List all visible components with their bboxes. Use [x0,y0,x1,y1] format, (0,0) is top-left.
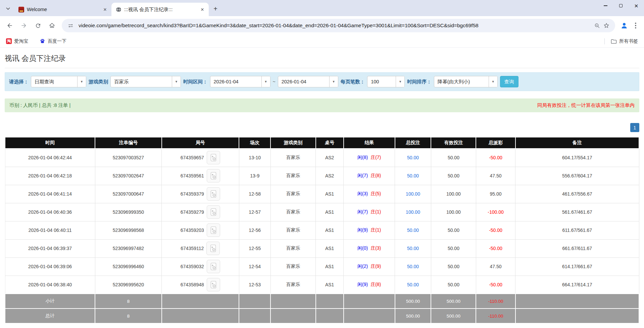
cell-game: 百家乐 [270,203,315,221]
bookmark-taobao[interactable]: 淘 爱淘宝 [5,37,30,46]
table-header-row: 时间 注单编号 局号 场次 游戏类别 桌号 结果 总投注 有效投注 总派彩 备注 [5,137,639,149]
tab-close-icon[interactable]: ✕ [199,6,205,12]
minimize-button[interactable] [598,0,613,11]
cell-bet-id: 523097002647 [95,167,161,185]
tab-close-icon[interactable]: ✕ [102,6,108,12]
select-type-label: 请选择： [9,79,29,85]
player-result: 闲(8) [357,155,368,160]
cell-total-bet: 50.00 [395,239,431,257]
bookmark-baidu[interactable]: 百度一下 [38,37,68,46]
video-replay-button[interactable] [207,223,220,237]
tab-betrecord[interactable]: :::视讯 会员下注纪录::: ✕ [111,3,209,16]
video-replay-button[interactable] [207,151,220,164]
sort-select[interactable]: 降幂(由大到小) ▼ [434,76,498,87]
col-time: 时间 [5,137,95,149]
query-type-value: 日期查询 [31,79,77,85]
cell-payout: -100.00 [476,203,515,221]
currency-summary: 币别 : 人民币 | 总共 :8 注单 | [9,102,70,109]
all-bookmarks-button[interactable]: 所有书签 [609,37,639,46]
cell-result: 闲(9) 庄(8) [344,276,395,294]
forward-arrow-icon [20,22,27,29]
player-result: 闲(3) [357,191,368,196]
chevron-down-icon[interactable]: ▼ [77,76,86,87]
total-row: 总计 8 500.00 500.00 -110.00 [5,309,639,323]
date-end-value: 2026-01-04 [278,79,329,84]
chevron-down-icon[interactable]: ▼ [396,76,404,87]
tab-title: Welcome [27,7,99,12]
film-icon [209,190,218,198]
url-text[interactable]: videoie.com/game/betrecord_search/kind3?… [79,23,592,29]
page-1-button[interactable]: 1 [630,123,639,132]
video-replay-button[interactable] [207,260,220,273]
col-bet-id: 注单编号 [95,137,161,149]
video-replay-button[interactable] [207,187,220,201]
home-button[interactable] [46,19,58,32]
cell-table: AS1 [316,239,344,257]
cell-time: 2026-01-04 06:42:44 [5,149,95,167]
chevron-down-icon [6,7,10,10]
cell-bet-id: 523096998568 [95,221,161,239]
maximize-button[interactable] [613,0,629,11]
cell-session: 12-55 [239,239,270,257]
cell-game: 百家乐 [270,257,315,276]
range-separator: ~ [273,79,276,84]
subtotal-payout: -110.00 [476,294,515,309]
chevron-down-icon[interactable]: ▼ [172,76,181,87]
cell-payout: 47.50 [476,257,515,276]
game-kind-select[interactable]: 百家乐 ▼ [110,76,181,87]
cell-bet-id: 523097000647 [95,185,161,203]
cell-remark: 461.67/556.67 [515,185,639,203]
profile-avatar[interactable] [618,19,631,32]
video-replay-button[interactable] [207,205,220,219]
table-row: 2026-01-04 06:39:06 523096996460 6743590… [5,257,639,276]
video-replay-button[interactable] [206,242,220,255]
date-start-value: 2026-01-04 [210,79,261,84]
search-button[interactable]: 查询 [500,76,518,87]
back-button[interactable] [3,19,16,32]
cell-payout: 95.00 [476,185,515,203]
date-end-select[interactable]: 2026-01-04 ▼ [278,76,338,87]
film-icon [209,153,218,162]
bookmark-star-icon[interactable] [602,21,611,30]
site-settings-icon[interactable] [66,21,75,30]
table-row: 2026-01-04 06:42:18 523097002647 6743595… [5,167,639,185]
chevron-down-icon[interactable]: ▼ [261,76,270,87]
close-window-button[interactable]: ✕ [629,0,644,11]
cell-result: 闲(9) 庄(1) [344,221,395,239]
address-bar[interactable]: videoie.com/game/betrecord_search/kind3?… [62,19,615,32]
chevron-down-icon[interactable]: ▼ [489,76,497,87]
per-page-select[interactable]: 100 ▼ [367,76,405,87]
tab-welcome[interactable]: Welcome ✕ [14,3,111,16]
cell-game: 百家乐 [270,221,315,239]
cell-session: 13-10 [239,149,270,167]
cell-session: 13-9 [239,167,270,185]
banker-result: 庄(7) [370,155,381,160]
welcome-tab-favicon [18,6,24,12]
video-replay-button[interactable] [207,169,220,182]
cell-payout: 47.50 [476,167,515,185]
cell-bet-id: 523097003527 [95,149,161,167]
cell-result: 闲(0) 庄(3) [344,239,395,257]
reload-button[interactable] [32,19,44,32]
zoom-icon[interactable] [592,21,602,30]
chevron-down-icon[interactable]: ▼ [329,76,338,87]
info-bar: 币别 : 人民币 | 总共 :8 注单 | 同局有效投注，统一计算在该局第一张注… [5,98,639,112]
browser-menu-button[interactable] [631,19,641,32]
cell-time: 2026-01-04 06:38:40 [5,276,95,294]
bet-records-table: 时间 注单编号 局号 场次 游戏类别 桌号 结果 总投注 有效投注 总派彩 备注… [5,137,639,324]
tab-search-button[interactable] [3,4,13,13]
film-icon [209,280,218,289]
page-content: 视讯 会员下注纪录 请选择： 日期查询 ▼ 游戏类别 百家乐 ▼ 时间区间： 2… [0,48,644,324]
col-session: 场次 [239,137,270,149]
banker-result: 庄(9) [370,263,381,269]
player-result: 闲(2) [357,263,368,269]
query-type-select[interactable]: 日期查询 ▼ [31,76,86,87]
video-replay-button[interactable] [207,278,220,291]
date-range-label: 时间区间： [183,79,208,85]
forward-button[interactable] [17,19,30,32]
date-start-select[interactable]: 2026-01-04 ▼ [210,76,270,87]
cell-session: 12-58 [239,185,270,203]
pagination: 1 [5,123,639,132]
bookmark-label: 爱淘宝 [14,38,28,44]
new-tab-button[interactable]: + [211,4,220,13]
